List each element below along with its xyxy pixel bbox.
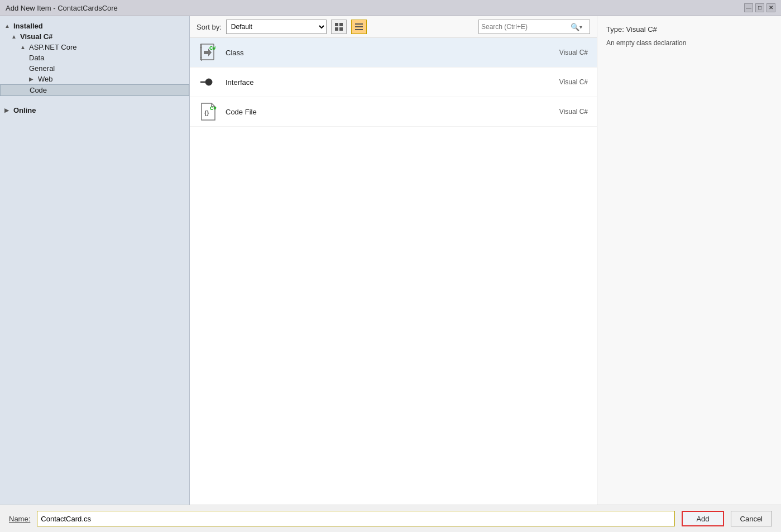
- expand-arrow-icon: ▶: [29, 76, 36, 82]
- sidebar: ▲ Installed ▲ Visual C# ▲ ASP.NET Core D…: [0, 16, 190, 505]
- sort-dropdown[interactable]: Default Name Type: [226, 20, 327, 34]
- svg-text:{}: {}: [204, 109, 209, 116]
- list-view-button[interactable]: [351, 20, 367, 34]
- right-panel: Type: Visual C# An empty class declarati…: [597, 16, 781, 505]
- installed-label: Installed: [13, 22, 43, 30]
- item-row-codefile[interactable]: {} C# Code File Visual C#: [190, 97, 597, 127]
- add-new-item-dialog: Add New Item - ContactCardsCore — □ ✕ ▲ …: [0, 0, 781, 532]
- sidebar-item-web[interactable]: ▶ Web: [0, 74, 189, 84]
- grid-view-icon: [334, 22, 343, 31]
- class-icon: C#: [199, 42, 219, 63]
- close-button[interactable]: ✕: [766, 3, 775, 12]
- minimize-button[interactable]: —: [744, 3, 753, 12]
- svg-text:C#: C#: [209, 45, 216, 51]
- svg-rect-4: [355, 23, 363, 25]
- type-label: Type:: [606, 25, 624, 33]
- svg-text:C#: C#: [210, 106, 217, 111]
- center-panel: Sort by: Default Name Type: [190, 16, 597, 505]
- title-bar: Add New Item - ContactCardsCore — □ ✕: [0, 0, 781, 16]
- sidebar-item-installed[interactable]: ▲ Installed: [0, 21, 189, 31]
- add-button[interactable]: Add: [682, 511, 723, 526]
- type-value: Visual C#: [626, 25, 657, 33]
- svg-rect-1: [339, 23, 343, 26]
- grid-view-button[interactable]: [331, 20, 347, 34]
- dialog-title: Add New Item - ContactCardsCore: [6, 4, 118, 12]
- svg-rect-3: [339, 27, 343, 31]
- list-view-icon: [354, 22, 363, 31]
- bottom-bar: Name: Add Cancel: [0, 505, 781, 532]
- general-label: General: [29, 64, 55, 73]
- sort-by-label: Sort by:: [197, 23, 222, 31]
- svg-rect-5: [355, 26, 363, 27]
- search-input[interactable]: [481, 23, 571, 31]
- aspnet-core-label: ASP.NET Core: [29, 43, 77, 51]
- sidebar-item-visual-csharp[interactable]: ▲ Visual C#: [0, 31, 189, 42]
- online-label: Online: [13, 106, 36, 114]
- collapse-arrow-icon: ▲: [20, 44, 27, 50]
- right-panel-description: An empty class declaration: [606, 38, 772, 48]
- item-type-codefile: Visual C#: [532, 108, 588, 116]
- right-panel-type: Type: Visual C#: [606, 25, 772, 33]
- sidebar-item-aspnet-core[interactable]: ▲ ASP.NET Core: [0, 42, 189, 52]
- sidebar-item-general[interactable]: General: [0, 63, 189, 74]
- svg-rect-2: [335, 27, 338, 31]
- item-row-class[interactable]: C# Class Visual C#: [190, 38, 597, 68]
- item-row-interface[interactable]: Interface Visual C#: [190, 68, 597, 97]
- item-type-interface: Visual C#: [532, 78, 588, 86]
- codefile-icon: {} C#: [199, 102, 219, 122]
- search-box: 🔍 ▾: [478, 20, 590, 34]
- items-list: C# Class Visual C# Interf: [190, 38, 597, 505]
- window-controls: — □ ✕: [744, 3, 775, 12]
- svg-rect-6: [355, 29, 363, 30]
- item-type-class: Visual C#: [532, 49, 588, 56]
- visual-csharp-label: Visual C#: [20, 32, 52, 41]
- toolbar: Sort by: Default Name Type: [190, 16, 597, 38]
- expand-arrow-icon: ▶: [4, 107, 11, 113]
- cancel-button[interactable]: Cancel: [731, 511, 772, 526]
- main-content: ▲ Installed ▲ Visual C# ▲ ASP.NET Core D…: [0, 16, 781, 505]
- collapse-arrow-icon: ▲: [4, 23, 11, 29]
- search-dropdown-icon[interactable]: ▾: [579, 24, 582, 30]
- collapse-arrow-icon: ▲: [11, 33, 18, 40]
- maximize-button[interactable]: □: [755, 3, 764, 12]
- data-label: Data: [29, 54, 44, 62]
- sidebar-item-data[interactable]: Data: [0, 52, 189, 63]
- item-name-interface: Interface: [226, 78, 525, 87]
- search-icon[interactable]: 🔍: [571, 23, 579, 31]
- interface-icon: [199, 72, 219, 92]
- item-name-codefile: Code File: [226, 108, 525, 116]
- sidebar-item-online[interactable]: ▶ Online: [0, 105, 189, 116]
- svg-point-9: [205, 79, 212, 85]
- svg-rect-0: [335, 23, 338, 26]
- sidebar-item-code[interactable]: Code: [0, 84, 189, 96]
- name-input[interactable]: [37, 511, 675, 526]
- name-label: Name:: [9, 515, 30, 523]
- code-label: Code: [30, 86, 47, 94]
- item-name-class: Class: [226, 49, 525, 57]
- web-label: Web: [38, 75, 53, 83]
